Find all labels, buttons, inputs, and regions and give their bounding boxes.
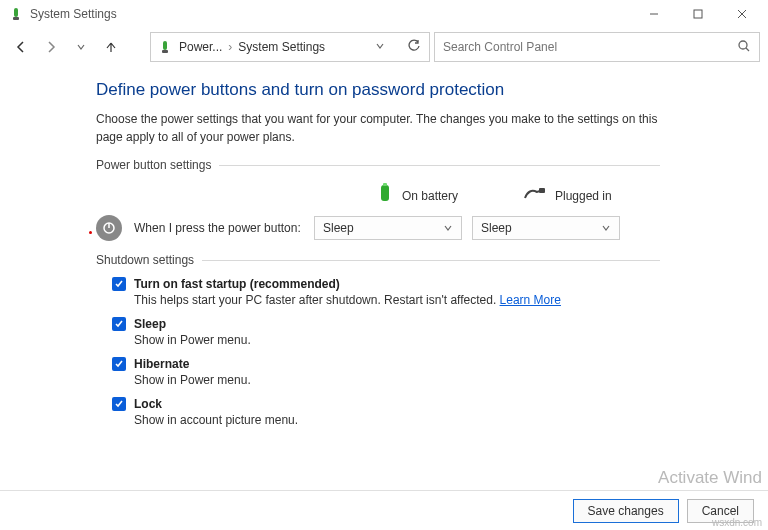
option-label: Lock bbox=[134, 397, 162, 411]
option-label: Turn on fast startup (recommended) bbox=[134, 277, 340, 291]
refresh-button[interactable] bbox=[407, 39, 421, 56]
option-sub: This helps start your PC faster after sh… bbox=[134, 293, 660, 307]
attribution-text: wsxdn.com bbox=[712, 517, 762, 528]
checkbox-hibernate[interactable] bbox=[112, 357, 126, 371]
window-title: System Settings bbox=[30, 7, 117, 21]
select-plugged-action[interactable]: Sleep bbox=[472, 216, 620, 240]
option-lock: Lock Show in account picture menu. bbox=[112, 397, 660, 427]
minimize-button[interactable] bbox=[632, 0, 676, 28]
recent-dropdown[interactable] bbox=[68, 34, 94, 60]
select-value: Sleep bbox=[481, 221, 512, 235]
chevron-down-icon[interactable] bbox=[375, 40, 385, 54]
col-battery-label: On battery bbox=[402, 189, 458, 203]
svg-line-9 bbox=[746, 48, 749, 51]
svg-rect-0 bbox=[14, 8, 18, 17]
column-headers: On battery Plugged in bbox=[376, 182, 660, 209]
chevron-down-icon bbox=[601, 223, 611, 233]
section-shutdown: Shutdown settings bbox=[96, 253, 660, 267]
select-battery-action[interactable]: Sleep bbox=[314, 216, 462, 240]
svg-rect-6 bbox=[163, 41, 167, 50]
power-row-label: When I press the power button: bbox=[134, 221, 304, 235]
page-heading: Define power buttons and turn on passwor… bbox=[96, 80, 660, 100]
svg-rect-12 bbox=[539, 188, 545, 193]
app-icon bbox=[8, 6, 24, 22]
back-button[interactable] bbox=[8, 34, 34, 60]
section-power-button: Power button settings bbox=[96, 158, 660, 172]
option-fast-startup: Turn on fast startup (recommended) This … bbox=[112, 277, 660, 307]
option-sleep: Sleep Show in Power menu. bbox=[112, 317, 660, 347]
svg-rect-3 bbox=[694, 10, 702, 18]
address-bar[interactable]: Power... › System Settings bbox=[150, 32, 430, 62]
option-sub: Show in account picture menu. bbox=[134, 413, 660, 427]
page-description: Choose the power settings that you want … bbox=[96, 110, 660, 146]
chevron-down-icon bbox=[443, 223, 453, 233]
svg-rect-10 bbox=[381, 185, 389, 201]
close-button[interactable] bbox=[720, 0, 764, 28]
nav-toolbar: Power... › System Settings bbox=[0, 28, 768, 66]
section-label: Power button settings bbox=[96, 158, 211, 172]
svg-rect-11 bbox=[383, 183, 387, 186]
chevron-right-icon: › bbox=[228, 40, 232, 54]
option-hibernate: Hibernate Show in Power menu. bbox=[112, 357, 660, 387]
search-input[interactable] bbox=[443, 40, 737, 54]
option-label: Sleep bbox=[134, 317, 166, 331]
power-button-row: When I press the power button: Sleep Sle… bbox=[96, 215, 660, 241]
svg-rect-1 bbox=[13, 17, 19, 20]
titlebar: System Settings bbox=[0, 0, 768, 28]
checkbox-sleep[interactable] bbox=[112, 317, 126, 331]
select-value: Sleep bbox=[323, 221, 354, 235]
section-label: Shutdown settings bbox=[96, 253, 194, 267]
forward-button[interactable] bbox=[38, 34, 64, 60]
learn-more-link[interactable]: Learn More bbox=[500, 293, 561, 307]
breadcrumb-item-2[interactable]: System Settings bbox=[238, 40, 325, 54]
option-sub: Show in Power menu. bbox=[134, 333, 660, 347]
up-button[interactable] bbox=[98, 34, 124, 60]
maximize-button[interactable] bbox=[676, 0, 720, 28]
breadcrumb-item-1[interactable]: Power... bbox=[179, 40, 222, 54]
battery-icon bbox=[376, 182, 394, 209]
option-label: Hibernate bbox=[134, 357, 189, 371]
option-sub: Show in Power menu. bbox=[134, 373, 660, 387]
checkbox-lock[interactable] bbox=[112, 397, 126, 411]
col-plugged-in: Plugged in bbox=[523, 186, 660, 205]
marker-dot bbox=[89, 231, 92, 234]
svg-point-8 bbox=[739, 41, 747, 49]
search-icon[interactable] bbox=[737, 39, 751, 56]
search-box[interactable] bbox=[434, 32, 760, 62]
battery-icon bbox=[157, 39, 173, 55]
save-button[interactable]: Save changes bbox=[573, 499, 679, 523]
col-on-battery: On battery bbox=[376, 182, 513, 209]
content-area: Define power buttons and turn on passwor… bbox=[0, 66, 660, 427]
footer-bar: Save changes Cancel bbox=[0, 490, 768, 530]
col-plugged-label: Plugged in bbox=[555, 189, 612, 203]
plug-icon bbox=[523, 186, 547, 205]
power-icon bbox=[96, 215, 122, 241]
svg-rect-7 bbox=[162, 50, 168, 53]
checkbox-fast-startup[interactable] bbox=[112, 277, 126, 291]
